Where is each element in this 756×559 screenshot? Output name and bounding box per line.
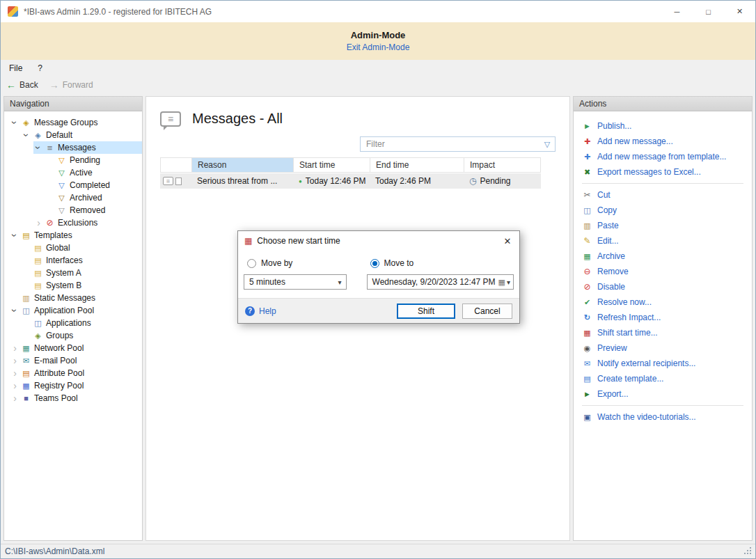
minimize-button[interactable]: ─ <box>661 1 693 22</box>
help-link[interactable]: ? Help <box>245 306 276 316</box>
exit-admin-mode-link[interactable]: Exit Admin-Mode <box>347 42 410 52</box>
column-header-start-time[interactable]: Start time <box>294 158 370 172</box>
menu-help[interactable]: ? <box>38 63 42 73</box>
page-icon <box>175 178 182 185</box>
chevron-icon[interactable] <box>10 116 20 129</box>
actions-group-message: Publish... Add new message... Add new me… <box>574 118 752 180</box>
archive-icon <box>582 253 592 260</box>
sidebar-item-application-pool[interactable]: Application Pool <box>10 304 142 317</box>
dialog-close-button[interactable]: ✕ <box>496 231 519 251</box>
back-button[interactable]: ← Back <box>6 80 38 90</box>
cancel-button[interactable]: Cancel <box>462 304 512 319</box>
chevron-icon[interactable] <box>45 191 56 204</box>
sidebar-item-teams-pool[interactable]: Teams Pool <box>10 392 142 404</box>
sidebar-item-archived[interactable]: Archived <box>45 191 142 204</box>
chevron-icon[interactable] <box>22 317 32 329</box>
sidebar-item-templates[interactable]: Templates <box>10 229 142 242</box>
forward-button[interactable]: → Forward <box>49 80 93 90</box>
move-to-datetime-field[interactable]: Wednesday, 9/20/2023 12:47 PM ▦ ▾ <box>367 274 514 290</box>
chevron-icon[interactable] <box>10 292 20 304</box>
message-groups-icon <box>20 119 32 127</box>
sidebar-item-messages[interactable]: Messages <box>33 141 142 154</box>
sidebar-item-exclusions[interactable]: Exclusions <box>33 216 142 229</box>
menu-file[interactable]: File <box>9 63 22 73</box>
message-row[interactable]: Serious threat from ... ● Today 12:46 PM… <box>160 173 541 189</box>
sidebar-item-completed[interactable]: Completed <box>45 179 142 191</box>
action-item-resolve-now[interactable]: Resolve now... <box>574 294 752 310</box>
column-header-impact[interactable]: Impact <box>464 158 540 172</box>
sidebar-item-static-messages[interactable]: Static Messages <box>10 292 142 304</box>
close-button[interactable]: ✕ <box>724 1 755 22</box>
action-item-shift-start-time[interactable]: Shift start time... <box>574 325 752 340</box>
sidebar-item-interfaces[interactable]: Interfaces <box>22 254 142 267</box>
chevron-icon[interactable] <box>10 229 20 242</box>
chevron-icon[interactable] <box>22 129 32 141</box>
chevron-icon[interactable] <box>10 379 20 392</box>
action-item-export-messages-to-excel[interactable]: Export messages to Excel... <box>574 164 752 180</box>
dialog-title-bar[interactable]: ▦ Choose new start time ✕ <box>238 231 519 251</box>
action-item-create-template[interactable]: Create template... <box>574 371 752 386</box>
chevron-icon[interactable] <box>10 304 20 317</box>
chevron-icon[interactable] <box>10 367 20 379</box>
action-item-refresh-impact[interactable]: Refresh Impact... <box>574 310 752 325</box>
action-item-preview[interactable]: Preview <box>574 340 752 356</box>
sidebar-item-registry-pool[interactable]: Registry Pool <box>10 379 142 392</box>
sidebar-item-removed[interactable]: Removed <box>45 204 142 216</box>
shift-button[interactable]: Shift <box>397 304 455 319</box>
chevron-icon[interactable] <box>22 254 32 267</box>
sidebar-item-default[interactable]: Default <box>22 129 142 141</box>
chevron-icon[interactable] <box>10 342 20 354</box>
filter-input[interactable] <box>361 139 540 149</box>
sidebar-item-active[interactable]: Active <box>45 166 142 179</box>
dialog-footer: ? Help Shift Cancel <box>238 298 519 323</box>
action-item-add-new-message-from-template[interactable]: Add new message from template... <box>574 149 752 164</box>
action-item-paste[interactable]: Paste <box>574 218 752 233</box>
column-header-reason[interactable]: Reason <box>192 158 294 172</box>
chevron-icon[interactable] <box>45 166 56 179</box>
action-item-watch-the-video-tutorials[interactable]: Watch the video-tutorials... <box>574 409 752 425</box>
chevron-icon[interactable] <box>10 354 20 367</box>
filter-funnel-icon[interactable]: ▽ <box>540 140 555 149</box>
maximize-button[interactable]: □ <box>693 1 724 22</box>
action-item-cut[interactable]: Cut <box>574 187 752 203</box>
chevron-icon[interactable] <box>22 279 32 292</box>
column-header-icon[interactable] <box>161 158 192 172</box>
sidebar-item-applications[interactable]: Applications <box>22 317 142 329</box>
sidebar-item-network-pool[interactable]: Network Pool <box>10 342 142 354</box>
move-to-radio[interactable]: Move to <box>370 256 514 270</box>
column-header-end-time[interactable]: End time <box>370 158 464 172</box>
sidebar-item-attribute-pool[interactable]: Attribute Pool <box>10 367 142 379</box>
resize-grip[interactable] <box>744 547 753 556</box>
action-item-edit[interactable]: Edit... <box>574 233 752 249</box>
title-bar[interactable]: *IBI-aws Admin 1.29.0 - registered for I… <box>1 1 755 22</box>
chevron-icon[interactable] <box>22 242 32 254</box>
chevron-icon[interactable] <box>22 267 32 279</box>
action-item-export[interactable]: Export... <box>574 386 752 402</box>
chevron-icon[interactable] <box>45 154 56 166</box>
chevron-icon[interactable] <box>45 204 56 216</box>
action-item-archive[interactable]: Archive <box>574 249 752 264</box>
sidebar-item-global[interactable]: Global <box>22 242 142 254</box>
sidebar-item-system-b[interactable]: System B <box>22 279 142 292</box>
move-by-select[interactable]: 5 minutes ▾ <box>244 274 347 290</box>
admin-mode-title: Admin-Mode <box>351 30 406 40</box>
sidebar-item-groups[interactable]: Groups <box>22 329 142 342</box>
action-item-remove[interactable]: Remove <box>574 264 752 279</box>
sidebar-item-system-a[interactable]: System A <box>22 267 142 279</box>
sidebar-item-pending[interactable]: Pending <box>45 154 142 166</box>
action-item-notify-external-recipients[interactable]: Notify external recipients... <box>574 356 752 371</box>
action-item-publish[interactable]: Publish... <box>574 118 752 134</box>
calendar-dropdown-button[interactable]: ▦ ▾ <box>496 278 513 287</box>
chevron-icon[interactable] <box>33 216 44 229</box>
chevron-icon[interactable] <box>45 179 56 191</box>
filter-completed-icon <box>56 182 68 189</box>
chevron-icon[interactable] <box>10 392 20 404</box>
action-item-copy[interactable]: Copy <box>574 203 752 218</box>
chevron-icon[interactable] <box>22 329 32 342</box>
move-by-radio[interactable]: Move by <box>247 256 353 270</box>
chevron-icon[interactable] <box>33 141 44 154</box>
action-item-disable[interactable]: Disable <box>574 279 752 294</box>
sidebar-item-message-groups[interactable]: Message Groups <box>10 116 142 129</box>
sidebar-item-e-mail-pool[interactable]: E-mail Pool <box>10 354 142 367</box>
action-item-add-new-message[interactable]: Add new message... <box>574 134 752 149</box>
